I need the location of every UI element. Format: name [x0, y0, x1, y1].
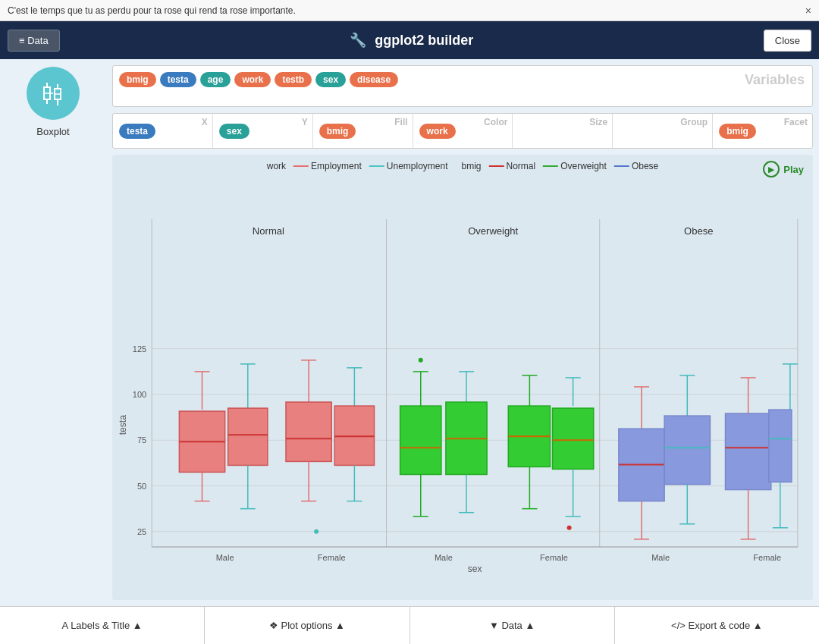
- tag-work[interactable]: work: [234, 72, 271, 87]
- legend-bmig-label: bmig: [462, 161, 482, 171]
- axis-fill-tag[interactable]: bmig: [319, 124, 356, 139]
- axis-facet[interactable]: bmig Facet: [713, 114, 812, 148]
- play-label: Play: [783, 164, 804, 175]
- header-title: 🔧 ggplot2 builder: [60, 32, 764, 49]
- top-bar-message: C'est le temps que tu as perdu pour ta r…: [8, 5, 296, 16]
- right-panel: Variables bmig testa age work testb sex …: [106, 59, 819, 606]
- legend-overweight-text: Overweight: [560, 161, 607, 171]
- legend-unemployment: Unemployment: [369, 161, 448, 171]
- data-filter-button[interactable]: ▼ Data ▲: [410, 607, 615, 644]
- axis-size[interactable]: Size: [513, 114, 613, 148]
- axis-facet-tag[interactable]: bmig: [719, 124, 756, 139]
- footer-toolbar: A Labels & Title ▲ ❖ Plot options ▲ ▼ Da…: [0, 606, 819, 644]
- svg-rect-49: [286, 402, 331, 461]
- axis-group[interactable]: Group: [613, 114, 713, 148]
- svg-text:125: 125: [133, 344, 146, 353]
- close-button[interactable]: Close: [764, 30, 811, 52]
- chart-area: ▶ Play work Employment Unemployment bmig…: [112, 155, 813, 600]
- legend-normal-line: [489, 165, 504, 167]
- play-button[interactable]: ▶ Play: [763, 161, 804, 177]
- svg-text:50: 50: [137, 482, 146, 491]
- axis-fill[interactable]: bmig Fill: [313, 114, 413, 148]
- axis-x[interactable]: testa X: [113, 114, 213, 148]
- wrench-icon: 🔧: [350, 33, 366, 48]
- svg-text:Female: Female: [318, 553, 346, 562]
- svg-text:testa: testa: [118, 415, 128, 435]
- legend-obese: Obese: [614, 161, 658, 171]
- play-circle-icon: ▶: [763, 161, 780, 177]
- labels-title-label: A Labels & Title ▲: [62, 620, 143, 631]
- svg-rect-8: [112, 212, 813, 570]
- export-code-label: </> Export & code ▲: [671, 620, 763, 631]
- axis-color[interactable]: work Color: [413, 114, 513, 148]
- svg-rect-42: [228, 408, 268, 465]
- legend-unemployment-text: Unemployment: [387, 161, 448, 171]
- svg-text:Female: Female: [753, 553, 781, 562]
- legend-employment: Employment: [293, 161, 362, 171]
- legend-obese-text: Obese: [632, 161, 658, 171]
- legend-obese-line: [614, 165, 629, 167]
- svg-text:100: 100: [133, 390, 146, 399]
- axis-row: testa X sex Y bmig Fill work Color Size …: [112, 113, 813, 149]
- legend-overweight: Overweight: [543, 161, 607, 171]
- axis-x-tag[interactable]: testa: [119, 124, 155, 139]
- svg-rect-105: [769, 410, 792, 482]
- labels-title-button[interactable]: A Labels & Title ▲: [0, 607, 205, 644]
- chart-type-label: Boxplot: [36, 126, 69, 137]
- axis-y-tag[interactable]: sex: [219, 124, 249, 139]
- svg-text:sex: sex: [468, 564, 482, 574]
- tag-disease[interactable]: disease: [350, 72, 398, 87]
- plot-options-button[interactable]: ❖ Plot options ▲: [205, 607, 410, 644]
- legend-work-label: work: [267, 161, 286, 171]
- data-button[interactable]: ≡ Data: [8, 30, 60, 52]
- svg-text:Female: Female: [540, 553, 568, 562]
- svg-point-59: [419, 358, 423, 363]
- tag-testb[interactable]: testb: [275, 72, 312, 87]
- plot-options-label: ❖ Plot options ▲: [269, 620, 345, 631]
- svg-text:Male: Male: [435, 553, 453, 562]
- legend-overweight-line: [543, 165, 558, 167]
- chart-type-icon[interactable]: [27, 67, 80, 120]
- main-area: Boxplot Variables bmig testa age work te…: [0, 59, 819, 606]
- left-panel: Boxplot: [0, 59, 106, 606]
- svg-point-84: [567, 526, 572, 530]
- top-bar-close[interactable]: ×: [805, 5, 811, 17]
- tag-sex[interactable]: sex: [315, 72, 346, 87]
- legend-normal: Normal: [489, 161, 536, 171]
- svg-text:Obese: Obese: [684, 225, 713, 237]
- tag-bmig[interactable]: bmig: [119, 72, 156, 87]
- header: ≡ Data 🔧 ggplot2 builder Close: [0, 21, 819, 59]
- top-bar: C'est le temps que tu as perdu pour ta r…: [0, 0, 819, 21]
- variables-label: Variables: [745, 72, 805, 88]
- legend-employment-line: [293, 165, 309, 167]
- variables-tags: bmig testa age work testb sex disease: [119, 72, 806, 87]
- svg-text:Overweight: Overweight: [468, 225, 518, 237]
- svg-text:25: 25: [137, 527, 146, 536]
- svg-text:Normal: Normal: [253, 225, 284, 237]
- axis-y[interactable]: sex Y: [213, 114, 313, 148]
- tag-testa[interactable]: testa: [160, 72, 196, 87]
- svg-point-46: [314, 529, 318, 534]
- legend-unemployment-line: [369, 165, 384, 167]
- svg-rect-93: [664, 416, 710, 484]
- chart-legend: work Employment Unemployment bmig Normal…: [267, 161, 659, 171]
- svg-rect-80: [553, 408, 594, 469]
- boxplot-chart-svg: testa 25 50 75 100 125: [112, 181, 813, 600]
- boxplot-svg: [38, 78, 68, 108]
- svg-rect-99: [726, 413, 771, 489]
- legend-employment-text: Employment: [311, 161, 362, 171]
- tag-age[interactable]: age: [200, 72, 231, 87]
- svg-rect-62: [400, 406, 441, 474]
- export-code-button[interactable]: </> Export & code ▲: [615, 607, 819, 644]
- legend-normal-text: Normal: [507, 161, 536, 171]
- data-filter-label: ▼ Data ▲: [489, 620, 535, 631]
- axis-color-tag[interactable]: work: [419, 124, 456, 139]
- svg-rect-55: [334, 406, 374, 465]
- svg-text:Male: Male: [216, 553, 234, 562]
- svg-text:75: 75: [137, 435, 146, 445]
- variables-area: Variables bmig testa age work testb sex …: [112, 65, 813, 107]
- svg-text:Male: Male: [651, 553, 670, 562]
